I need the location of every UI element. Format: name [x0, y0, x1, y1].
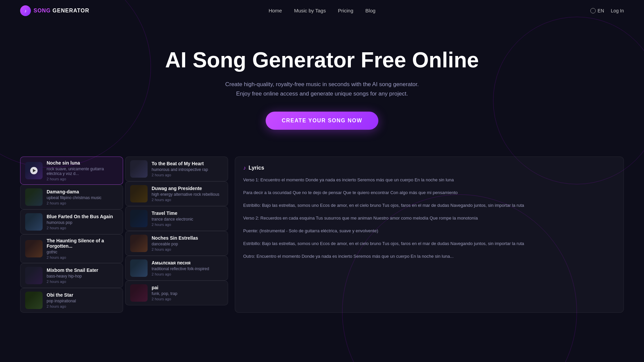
music-note-icon: ♪ [243, 165, 246, 171]
nav-item-music[interactable]: Music by Tags [294, 8, 326, 14]
song-info-2: Blue Farted On the Bus Again humorous po… [47, 214, 118, 230]
song-card-r5[interactable]: pai funk, pop, trap 2 hours ago [125, 281, 228, 305]
song-thumb-4 [25, 267, 43, 284]
language-selector[interactable]: EN [590, 8, 604, 13]
song-info-1: Damang-dama upbeat filipino christmas mu… [47, 189, 118, 205]
song-card-1[interactable]: Damang-dama upbeat filipino christmas mu… [20, 185, 123, 209]
nav-links: Home Music by Tags Pricing Blog [269, 8, 376, 14]
song-card-5[interactable]: Obi the Star pop inspirational 2 hours a… [20, 288, 123, 313]
logo-text: SONG GENERATOR [34, 8, 89, 14]
song-thumb-3 [25, 240, 43, 257]
navigation: ♪ SONG GENERATOR Home Music by Tags Pric… [0, 0, 644, 21]
song-time-2: 2 hours ago [47, 226, 118, 230]
song-grid: Noche sin luna rock suave, unicamente gu… [20, 157, 228, 313]
lyrics-title: Lyrics [249, 165, 264, 171]
site-logo[interactable]: ♪ SONG GENERATOR [20, 5, 89, 16]
song-title-r1: Duwag ang Presidente [152, 186, 223, 191]
song-title-r0: To the Beat of My Heart [152, 161, 223, 166]
song-thumb-r2 [130, 210, 148, 227]
song-thumb-0 [25, 162, 43, 179]
logo-icon: ♪ [20, 5, 31, 16]
song-thumb-5 [25, 292, 43, 309]
song-card-r2[interactable]: Travel Time trance dance electronic 2 ho… [125, 206, 228, 231]
song-info-0: Noche sin luna rock suave, unicamente gu… [47, 160, 118, 181]
nav-link-music[interactable]: Music by Tags [294, 8, 326, 13]
song-thumb-1 [25, 188, 43, 206]
nav-link-blog[interactable]: Blog [365, 8, 375, 13]
song-card-3[interactable]: The Haunting Silence of a Forgotten... g… [20, 234, 123, 263]
song-tags-r1: high energy alternative rock rebellious [152, 192, 223, 197]
song-card-r1[interactable]: Duwag ang Presidente high energy alterna… [125, 181, 228, 206]
song-info-3: The Haunting Silence of a Forgotten... g… [47, 238, 118, 259]
song-tags-2: humorous pop [47, 220, 118, 225]
song-time-r1: 2 hours ago [152, 198, 223, 202]
song-title-r3: Noches Sin Estrellas [152, 235, 223, 241]
lyrics-p3: Verso 2: Recuerdos en cada esquina Tus s… [243, 215, 615, 222]
lang-label: EN [598, 8, 604, 13]
globe-icon [590, 8, 596, 13]
song-card-4[interactable]: Mixbom the Snail Eater bass-heavy hip-ho… [20, 263, 123, 288]
song-title-0: Noche sin luna [47, 160, 118, 166]
song-time-r3: 2 hours ago [152, 247, 223, 251]
song-info-r1: Duwag ang Presidente high energy alterna… [152, 186, 223, 202]
song-info-r4: Амылская песня traditional reflective fo… [152, 260, 223, 276]
lyrics-p2: Estribillo: Bajo las estrellas, somos un… [243, 202, 615, 209]
hero-title: AI Song Generator Free Online [7, 48, 637, 72]
lyrics-p1: Para decir a la oscuridad Que no te dejo… [243, 189, 615, 196]
nav-item-home[interactable]: Home [269, 8, 282, 14]
song-info-r3: Noches Sin Estrellas danceable pop 2 hou… [152, 235, 223, 251]
song-title-4: Mixbom the Snail Eater [47, 267, 118, 273]
hero-subtitle: Create high-quality, royalty-free music … [221, 80, 423, 98]
song-card-0[interactable]: Noche sin luna rock suave, unicamente gu… [20, 157, 123, 185]
song-thumb-r5 [130, 284, 148, 302]
song-tags-3: gothic [47, 250, 118, 254]
song-tags-0: rock suave, unicamente guitarra eléctric… [47, 167, 118, 176]
song-tags-4: bass-heavy hip-hop [47, 274, 118, 279]
main-content: Noche sin luna rock suave, unicamente gu… [0, 150, 644, 326]
song-thumb-r1 [130, 185, 148, 202]
song-tags-r5: funk, pop, trap [152, 291, 223, 296]
song-card-2[interactable]: Blue Farted On the Bus Again humorous po… [20, 209, 123, 234]
song-tags-r0: humorous and introspective rap [152, 167, 223, 172]
song-thumb-r3 [130, 235, 148, 252]
song-card-r0[interactable]: To the Beat of My Heart humorous and int… [125, 157, 228, 181]
nav-right: EN Log In [590, 8, 624, 13]
nav-item-blog[interactable]: Blog [365, 8, 375, 14]
create-song-button[interactable]: CREATE YOUR SONG NOW [266, 112, 378, 130]
song-tags-r3: danceable pop [152, 242, 223, 246]
nav-link-home[interactable]: Home [269, 8, 282, 13]
login-button[interactable]: Log In [611, 8, 624, 13]
song-thumb-2 [25, 213, 43, 231]
song-tags-5: pop inspirational [47, 299, 118, 303]
nav-link-pricing[interactable]: Pricing [338, 8, 353, 13]
song-time-0: 2 hours ago [47, 177, 118, 181]
song-list-container: Noche sin luna rock suave, unicamente gu… [20, 157, 228, 313]
song-time-r5: 2 hours ago [152, 297, 223, 301]
song-title-3: The Haunting Silence of a Forgotten... [47, 238, 118, 249]
song-title-2: Blue Farted On the Bus Again [47, 214, 118, 219]
play-overlay-0 [30, 167, 38, 174]
lyrics-header: ♪ Lyrics [243, 165, 615, 171]
lyrics-p0: Verso 1: Encuentro el momento Donde ya n… [243, 176, 615, 184]
song-time-r2: 2 hours ago [152, 223, 223, 227]
song-title-r4: Амылская песня [152, 260, 223, 265]
nav-item-pricing[interactable]: Pricing [338, 8, 353, 14]
song-column-left: Noche sin luna rock suave, unicamente gu… [20, 157, 123, 313]
song-title-5: Obi the Star [47, 292, 118, 298]
song-tags-r2: trance dance electronic [152, 217, 223, 222]
song-title-1: Damang-dama [47, 189, 118, 194]
song-card-r3[interactable]: Noches Sin Estrellas danceable pop 2 hou… [125, 231, 228, 256]
lyrics-p6: Outro: Encuentro el momento Donde ya nad… [243, 253, 615, 260]
lyrics-p5: Estribillo: Bajo las estrellas, somos un… [243, 240, 615, 247]
song-tags-1: upbeat filipino christmas music [47, 195, 118, 200]
play-icon-0 [33, 169, 36, 172]
song-card-r4[interactable]: Амылская песня traditional reflective fo… [125, 256, 228, 281]
song-tags-r4: traditional reflective folk-inspired [152, 266, 223, 271]
song-info-r0: To the Beat of My Heart humorous and int… [152, 161, 223, 177]
lyrics-content: Verso 1: Encuentro el momento Donde ya n… [243, 176, 615, 260]
song-thumb-r0 [130, 160, 148, 178]
song-time-1: 2 hours ago [47, 201, 118, 205]
song-time-4: 2 hours ago [47, 280, 118, 284]
song-time-3: 2 hours ago [47, 255, 118, 259]
song-time-5: 2 hours ago [47, 304, 118, 308]
